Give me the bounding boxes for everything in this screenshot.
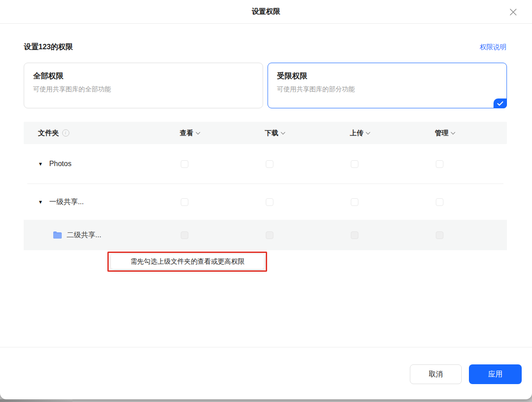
chevron-down-icon <box>281 130 285 134</box>
checkbox-photos-view[interactable] <box>181 160 188 168</box>
cancel-button[interactable]: 取消 <box>410 364 462 384</box>
selected-badge <box>494 98 507 108</box>
table-row-level1-share: ▼ 一级共享... <box>24 184 507 220</box>
info-icon[interactable]: i <box>62 129 69 137</box>
checkbox-level1-view[interactable] <box>181 198 188 206</box>
check-icon <box>497 101 503 106</box>
background-edge <box>0 399 72 402</box>
folder-name: Photos <box>49 160 72 168</box>
footer-divider <box>0 347 532 347</box>
page-title: 设置123的权限 <box>24 43 73 51</box>
checkbox-photos-upload[interactable] <box>351 160 358 168</box>
table-row-level2-share: 二级共享... <box>24 220 507 250</box>
column-header-upload[interactable]: 上传 <box>350 129 435 137</box>
permissions-dialog: 设置权限 设置123的权限 权限说明 全部权限 可使用共享图库的全部功能 受限权… <box>0 0 532 399</box>
caret-down-icon[interactable]: ▼ <box>38 162 43 167</box>
checkbox-photos-download[interactable] <box>266 160 273 168</box>
checkbox-level1-upload[interactable] <box>351 198 358 206</box>
permission-tooltip: 需先勾选上级文件夹的查看或更高权限 <box>111 254 264 269</box>
chevron-down-icon <box>451 130 455 134</box>
checkbox-level2-download <box>266 231 273 239</box>
option-limited-permission[interactable]: 受限权限 可使用共享图库的部分功能 <box>268 63 507 108</box>
table-header: 文件夹 i 查看 下载 上传 管理 <box>24 122 507 144</box>
permission-help-link[interactable]: 权限说明 <box>480 43 506 51</box>
column-header-manage[interactable]: 管理 <box>435 129 507 137</box>
checkbox-level2-manage <box>436 231 443 239</box>
permission-options: 全部权限 可使用共享图库的全部功能 受限权限 可使用共享图库的部分功能 <box>24 63 507 108</box>
folder-column-header: 文件夹 <box>38 128 59 138</box>
checkbox-level2-upload <box>351 231 358 239</box>
checkbox-level1-download[interactable] <box>266 198 273 206</box>
checkbox-photos-manage[interactable] <box>436 160 443 168</box>
folder-name: 一级共享... <box>49 197 84 207</box>
option-title: 受限权限 <box>277 71 498 81</box>
option-title: 全部权限 <box>33 71 254 81</box>
column-header-download[interactable]: 下载 <box>265 129 350 137</box>
apply-button[interactable]: 应用 <box>469 364 522 384</box>
dialog-header: 设置权限 <box>0 0 532 24</box>
caret-down-icon[interactable]: ▼ <box>38 200 43 205</box>
checkbox-level1-manage[interactable] <box>436 198 443 206</box>
table-row-photos: ▼ Photos <box>24 144 507 184</box>
chevron-down-icon <box>366 130 370 134</box>
folder-permission-table: 文件夹 i 查看 下载 上传 管理 ▼ Photos <box>24 122 507 250</box>
option-desc: 可使用共享图库的部分功能 <box>277 85 498 94</box>
chevron-down-icon <box>196 130 200 134</box>
checkbox-level2-view <box>181 231 188 239</box>
option-desc: 可使用共享图库的全部功能 <box>33 85 254 94</box>
column-header-view[interactable]: 查看 <box>180 129 265 137</box>
dialog-footer: 取消 应用 <box>410 364 522 384</box>
close-icon[interactable] <box>508 7 519 17</box>
folder-icon <box>53 231 62 239</box>
dialog-title: 设置权限 <box>0 0 532 24</box>
option-full-permission[interactable]: 全部权限 可使用共享图库的全部功能 <box>24 63 263 108</box>
folder-name: 二级共享... <box>67 231 101 240</box>
